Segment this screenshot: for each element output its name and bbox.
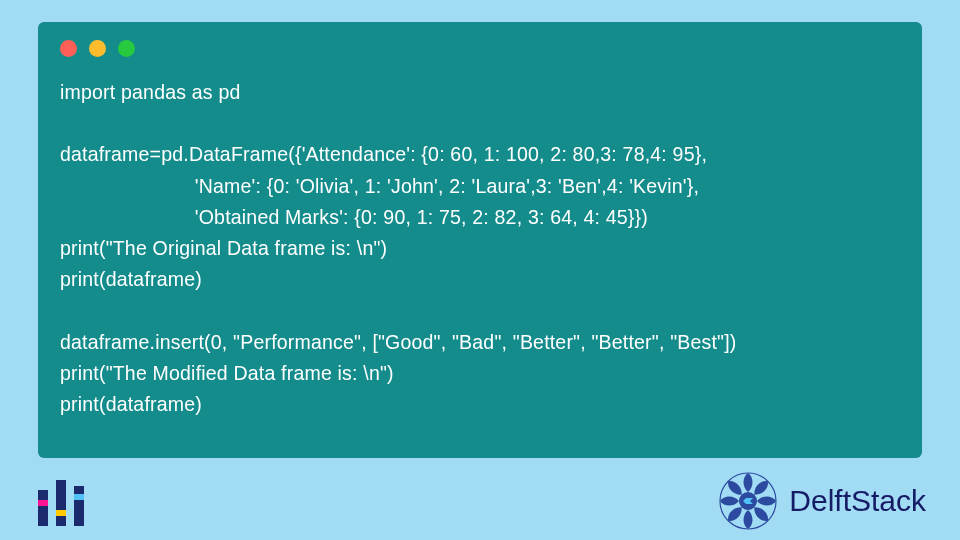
zoom-dot-icon[interactable] (118, 40, 135, 57)
code-line: import pandas as pd (60, 81, 241, 103)
minimize-dot-icon[interactable] (89, 40, 106, 57)
mandala-logo-icon (717, 470, 779, 532)
code-window: import pandas as pd dataframe=pd.DataFra… (38, 22, 922, 458)
bars-logo-icon (34, 476, 90, 532)
svg-rect-4 (74, 486, 84, 526)
footer: DelftStack (0, 462, 960, 540)
brand-logo: DelftStack (717, 470, 926, 532)
svg-rect-3 (56, 510, 66, 516)
svg-rect-5 (74, 494, 84, 500)
code-line: dataframe=pd.DataFrame({'Attendance': {0… (60, 143, 707, 165)
code-line: print(dataframe) (60, 393, 202, 415)
code-block: import pandas as pd dataframe=pd.DataFra… (60, 77, 900, 420)
code-line: print("The Original Data frame is: \n") (60, 237, 387, 259)
code-line: 'Name': {0: 'Olivia', 1: 'John', 2: 'Lau… (60, 175, 699, 197)
code-line: print("The Modified Data frame is: \n") (60, 362, 394, 384)
svg-rect-1 (38, 500, 48, 506)
window-traffic-lights (60, 40, 900, 57)
svg-rect-2 (56, 480, 66, 526)
code-line: print(dataframe) (60, 268, 202, 290)
close-dot-icon[interactable] (60, 40, 77, 57)
code-line: dataframe.insert(0, "Performance", ["Goo… (60, 331, 737, 353)
code-line: 'Obtained Marks': {0: 90, 1: 75, 2: 82, … (60, 206, 648, 228)
svg-rect-0 (38, 490, 48, 526)
brand-name: DelftStack (789, 484, 926, 518)
